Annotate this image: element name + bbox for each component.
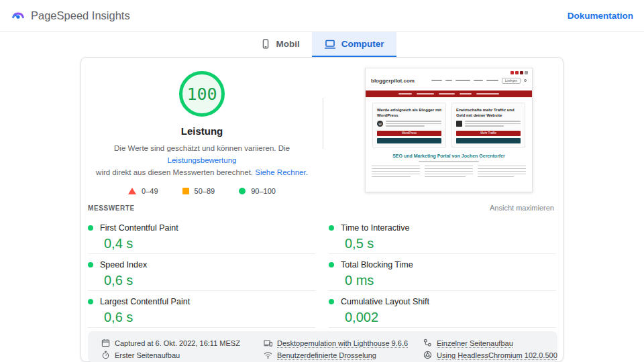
metric-largest-contentful-paint: Largest Contentful Paint 0,6 s <box>88 291 315 328</box>
thumb-card2-heading: Erwirtschafte mehr Traffic und Geld mit … <box>456 107 521 119</box>
environment-footer: Captured at 6. Okt. 2022, 16:11 MESZ Des… <box>88 331 557 362</box>
tab-desktop[interactable]: Computer <box>312 32 396 58</box>
thumb-red-navbar <box>366 90 532 97</box>
metric-value: 0 ms <box>345 273 556 288</box>
thumb-card-traffic: Erwirtschafte mehr Traffic und Geld mit … <box>451 103 525 148</box>
thumb-social-icons <box>511 71 528 74</box>
thumb-section-heading: SEO und Marketing Portal von Jochen Gere… <box>366 154 532 158</box>
thumb-card2-button2 <box>456 138 521 143</box>
good-dot-icon <box>329 225 334 231</box>
metrics-section-title: MESSWERTE <box>88 204 135 212</box>
legend-average-label: 50–89 <box>195 187 215 195</box>
legend-poor-label: 0–49 <box>142 187 158 195</box>
metric-value: 0,6 s <box>104 310 315 325</box>
metric-value: 0,6 s <box>104 273 315 288</box>
thumb-hero-cards: Werde erfolgreich als Blogger mit WordPr… <box>366 97 532 148</box>
results-card: 100 Leistung Die Werte sind geschätzt un… <box>80 57 564 362</box>
tab-mobile-label: Mobil <box>276 39 300 49</box>
good-dot-icon <box>329 299 334 304</box>
legend-poor: 0–49 <box>128 187 158 195</box>
thumb-card1-heading: Werde erfolgreich als Blogger mit WordPr… <box>377 107 441 119</box>
thumb-section-subline <box>419 161 479 162</box>
legend-good-label: 90–100 <box>251 187 276 195</box>
documentation-link[interactable]: Dokumentation <box>568 11 633 21</box>
throttling-info[interactable]: Benutzerdefinierte Drosselung <box>264 349 423 361</box>
fork-icon <box>423 339 432 347</box>
good-dot-icon <box>88 262 93 267</box>
thumb-site-logo: bloggerpilot.com <box>371 78 415 84</box>
good-dot-icon <box>88 299 93 304</box>
score-description-text-1: Die Werte sind geschätzt und können vari… <box>114 144 290 152</box>
legend-good: 90–100 <box>239 187 276 195</box>
thumb-nav-menu: Loslegen <box>431 78 527 84</box>
siehe-rechner-link[interactable]: Siehe Rechner. <box>255 168 308 176</box>
good-dot-icon <box>329 262 334 267</box>
devices-icon <box>264 339 272 347</box>
metric-cumulative-layout-shift: Cumulative Layout Shift 0,002 <box>329 291 556 328</box>
performance-score-label: Leistung <box>81 125 323 137</box>
legend-average: 50–89 <box>182 187 215 195</box>
good-dot-icon <box>88 225 93 231</box>
metric-time-to-interactive: Time to Interactive 0,5 s <box>329 217 556 254</box>
expand-view-button[interactable]: Ansicht maximieren <box>490 204 554 212</box>
wordpress-icon: W <box>377 121 383 127</box>
thumb-card2-button: Mehr Traffic <box>456 131 521 136</box>
score-description-text-2: wird direkt aus diesen Messwerten berech… <box>96 168 255 176</box>
thumb-card1-button2 <box>377 138 441 143</box>
thumb-card1-button: WordPress <box>377 131 441 136</box>
metric-first-contentful-paint: First Contentful Paint 0,4 s <box>88 217 315 254</box>
phone-icon <box>260 39 271 50</box>
metric-speed-index: Speed Index 0,6 s <box>88 254 315 291</box>
score-section: 100 Leistung Die Werte sind geschätzt un… <box>81 58 323 195</box>
app-title: PageSpeed Insights <box>31 9 130 22</box>
green-circle-icon <box>239 188 246 194</box>
metric-value: 0,5 s <box>345 236 556 251</box>
traffic-icon <box>456 121 462 127</box>
vertical-divider <box>323 98 323 149</box>
wifi-icon <box>264 351 272 359</box>
thumb-text-columns <box>366 166 532 179</box>
thumb-card-wordpress: Werde erfolgreich als Blogger mit WordPr… <box>372 103 446 148</box>
first-page-load: Erster Seitenaufbau <box>101 349 264 361</box>
single-page-load-info[interactable]: Einzelner Seitenaufbau <box>423 337 557 349</box>
orange-square-icon <box>182 188 189 194</box>
metric-value: 0,4 s <box>104 236 315 251</box>
metric-value: 0,002 <box>345 310 556 325</box>
app-logo[interactable]: PageSpeed Insights <box>11 7 130 25</box>
metric-total-blocking-time: Total Blocking Time 0 ms <box>329 254 556 291</box>
tab-mobile[interactable]: Mobil <box>248 32 312 58</box>
thumb-search-icon <box>524 79 527 82</box>
thumb-nav-button: Loslegen <box>502 78 521 84</box>
stopwatch-icon <box>101 351 110 359</box>
chromium-version-info[interactable]: Using HeadlessChromium 102.0.5005.115 wi… <box>423 349 557 361</box>
emulation-info[interactable]: Desktopemulation with Lighthouse 9.6.6 <box>264 337 423 349</box>
laptop-icon <box>324 39 336 50</box>
capture-time: Captured at 6. Okt. 2022, 16:11 MESZ <box>101 337 264 349</box>
tab-desktop-label: Computer <box>341 39 384 49</box>
metrics-grid: First Contentful Paint 0,4 s Time to Int… <box>88 217 556 328</box>
red-triangle-icon <box>128 188 136 194</box>
app-header: PageSpeed Insights Dokumentation <box>0 0 644 32</box>
leistungsbewertung-link[interactable]: Leistungsbewertung <box>168 156 237 164</box>
page-screenshot-thumbnail: bloggerpilot.com Loslegen Werde erfolgre… <box>365 68 533 192</box>
performance-score-gauge[interactable]: 100 <box>179 71 225 117</box>
score-description: Die Werte sind geschätzt und können vari… <box>85 143 319 178</box>
calendar-icon <box>101 339 110 347</box>
score-legend: 0–49 50–89 90–100 <box>81 187 323 195</box>
device-tabbar: Mobil Computer <box>0 32 644 58</box>
performance-score-value: 100 <box>186 84 217 104</box>
thumb-topbar: bloggerpilot.com Loslegen <box>366 68 532 88</box>
chrome-icon <box>423 351 432 359</box>
pagespeed-gauge-icon <box>11 7 25 25</box>
metrics-header: MESSWERTE Ansicht maximieren <box>88 204 554 212</box>
